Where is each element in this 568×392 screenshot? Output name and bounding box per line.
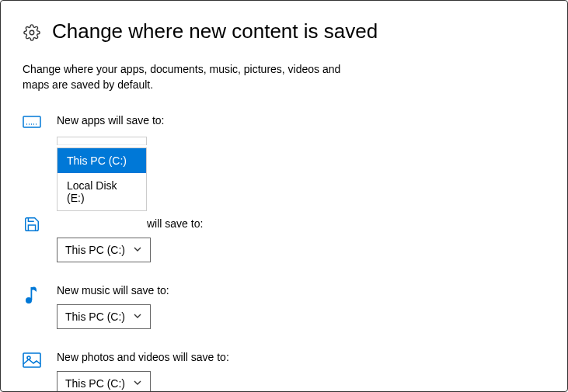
svg-point-0 (30, 30, 34, 35)
setting-documents: placeholder will save to: This PC (C:) (23, 217, 545, 262)
documents-dropdown[interactable]: This PC (C:) (57, 238, 151, 262)
photos-label: New photos and videos will save to: (57, 351, 545, 363)
save-icon (23, 216, 41, 233)
photos-dropdown-value: This PC (C:) (65, 377, 125, 390)
chevron-down-icon (133, 377, 142, 390)
photos-dropdown[interactable]: This PC (C:) (57, 371, 151, 392)
music-label: New music will save to: (57, 284, 545, 297)
music-dropdown[interactable]: This PC (C:) (57, 304, 151, 329)
apps-dropdown-open[interactable] (57, 137, 147, 145)
apps-icon (23, 116, 41, 130)
apps-option-local-disk[interactable]: Local Disk (E:) (57, 173, 146, 210)
music-dropdown-value: This PC (C:) (65, 310, 125, 323)
setting-photos: New photos and videos will save to: This… (23, 351, 545, 392)
documents-dropdown-value: This PC (C:) (65, 244, 125, 256)
svg-rect-9 (23, 353, 40, 367)
page-description: Change where your apps, documents, music… (23, 62, 349, 92)
picture-icon (23, 352, 41, 368)
chevron-down-icon (133, 244, 142, 256)
apps-label: New apps will save to: (57, 114, 545, 127)
apps-option-this-pc[interactable]: This PC (C:) (57, 148, 146, 173)
documents-label-peek: will save to: (147, 217, 203, 230)
svg-rect-1 (23, 116, 40, 127)
page-header: Change where new content is saved (23, 19, 545, 43)
apps-dropdown-list: This PC (C:) Local Disk (E:) (57, 147, 147, 211)
music-note-icon (23, 286, 41, 304)
chevron-down-icon (133, 310, 142, 323)
setting-apps: New apps will save to: This PC (C:) Loca… (23, 114, 545, 211)
setting-music: New music will save to: This PC (C:) (23, 284, 545, 329)
page-title: Change where new content is saved (52, 19, 378, 43)
gear-icon (23, 24, 41, 41)
